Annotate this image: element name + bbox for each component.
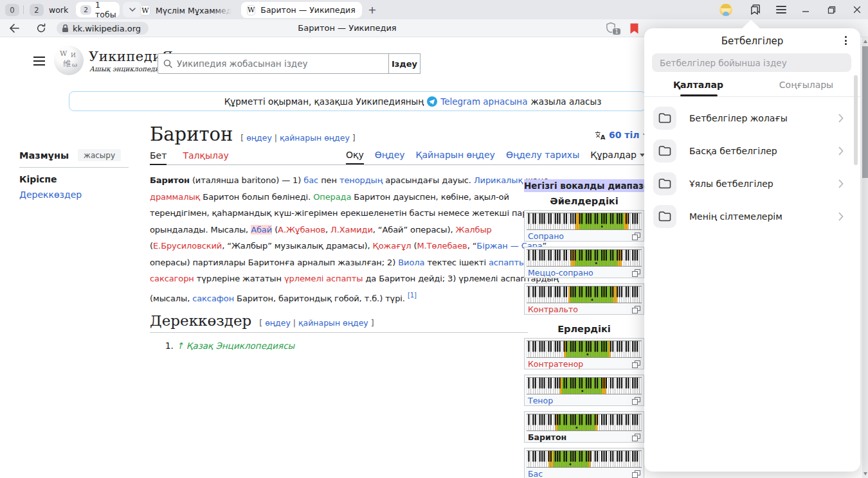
vocal-range-link[interactable]: Контральто (528, 305, 578, 314)
wiki-search-input[interactable] (177, 58, 383, 69)
title-edit-links: [ өңдеу | қайнарын өңдеу ] (240, 133, 355, 143)
toc-hide-button[interactable]: жасыру (78, 149, 121, 161)
page-scrollbar[interactable] (862, 37, 868, 478)
article-link[interactable]: [1] (408, 292, 417, 299)
article-link[interactable]: саксагорн (150, 274, 194, 283)
vocal-range-keyboard-image[interactable] (527, 414, 642, 431)
text: (италянша baritono) — 1) (190, 175, 303, 185)
vocal-range-link[interactable]: Бас (528, 469, 543, 478)
window-restore-button[interactable] (824, 3, 838, 16)
protect-shield-button[interactable]: 1 (606, 22, 620, 35)
vocal-range-link[interactable]: Контратенор (528, 359, 583, 369)
tab-bariton-active[interactable]: W Баритон — Уикипедия (241, 2, 362, 18)
expand-frame-icon[interactable] (632, 360, 640, 368)
tab-group-active[interactable]: 2 1 тобы (76, 2, 120, 17)
language-selector-button[interactable]: A 60 тіл (595, 130, 648, 140)
article-link[interactable]: Жалбыр (456, 225, 492, 235)
article-link[interactable]: Операда (313, 192, 351, 202)
article-link[interactable]: драммалық (150, 192, 200, 202)
scrollbar-up-arrow[interactable] (863, 40, 867, 43)
text: (мысалы, (150, 294, 192, 303)
wikipedia-logo[interactable]: W И 维 ω (54, 46, 84, 75)
wiki-search-box[interactable] (158, 53, 389, 74)
chevron-down-icon (129, 8, 136, 12)
profile-avatar[interactable] (719, 3, 732, 16)
tab-group-work-badge[interactable]: 2 (30, 4, 44, 16)
vocal-range-keyboard-image[interactable] (527, 286, 642, 303)
expand-frame-icon[interactable] (632, 470, 640, 478)
window-close-button[interactable] (850, 3, 864, 16)
article-link[interactable]: М.Төлебаев (417, 241, 467, 251)
vocal-range-keyboard-image[interactable] (527, 341, 642, 358)
vocal-range-keyboard-image[interactable] (527, 249, 642, 267)
tab-page[interactable]: Бет (150, 150, 167, 165)
article-link[interactable]: Е.Брусиловский (153, 241, 222, 251)
article-link[interactable]: А.Жұбанов (278, 225, 325, 235)
bracket: ] (352, 133, 356, 143)
bookmark-page-button[interactable] (628, 22, 640, 34)
bookmarks-menu-button[interactable] (841, 35, 850, 46)
bookmark-folder-item[interactable]: Ұялы бетбелгілер (644, 167, 860, 200)
edit-source-link[interactable]: қайнарын өңдеу (280, 133, 350, 143)
scrollbar-down-arrow[interactable] (863, 472, 867, 475)
tab-muslim-magomayev[interactable]: W Мүслім Мұхаммедұлы Ма (138, 3, 234, 18)
tab-talk[interactable]: Талқылау (183, 150, 228, 165)
bookmarks-panel-button[interactable] (748, 3, 763, 16)
bookmarks-search-input[interactable] (652, 53, 851, 72)
edit-source-link[interactable]: қайнарын өңдеу (298, 318, 368, 328)
tab-group-zero[interactable]: 0 (5, 4, 19, 16)
article-link[interactable]: бас (303, 175, 318, 185)
browser-menu-button[interactable] (774, 3, 788, 16)
scrollbar-thumb[interactable] (862, 46, 868, 178)
panel-scrollbar-thumb[interactable] (854, 75, 858, 165)
vocal-range-link[interactable]: Баритон (528, 432, 566, 442)
article-link[interactable]: үрлемелі аспапты (284, 274, 363, 283)
expand-frame-icon[interactable] (632, 269, 640, 277)
telegram-link[interactable]: Telegram арнасына (440, 96, 527, 107)
wiki-search-button[interactable]: Іздеу (388, 53, 420, 74)
view-tab-link[interactable]: Өңделу тарихы (506, 150, 579, 164)
toc-item-kirispe[interactable]: Кіріспе (19, 174, 132, 184)
view-tab-link[interactable]: Өңдеу (375, 150, 405, 164)
expand-frame-icon[interactable] (632, 306, 640, 314)
article-link[interactable]: Виола (398, 258, 424, 267)
bookmark-folder-item[interactable]: Менің сілтемелерім (644, 200, 860, 233)
tab-recent[interactable]: Соңғылары (752, 80, 860, 96)
toc-item-derekkozder[interactable]: Дереккөздер (19, 190, 132, 200)
vocal-range-link[interactable]: Тенор (528, 396, 553, 405)
article-link[interactable]: Абай (251, 225, 272, 235)
new-tab-button[interactable]: + (366, 4, 378, 15)
bookmark-folder-item[interactable]: Басқа бетбелгілер (644, 134, 860, 167)
text: , (325, 225, 330, 235)
vocal-range-link[interactable]: Сопрано (528, 231, 564, 241)
expand-frame-icon[interactable] (632, 434, 640, 441)
edit-link[interactable]: өңдеу (265, 318, 291, 328)
wiki-menu-button[interactable] (33, 57, 45, 66)
edit-link[interactable]: өңдеу (246, 133, 272, 143)
view-tab-tools[interactable]: Құралдар (590, 150, 645, 164)
view-tab-link[interactable]: Қайнарын өңдеу (416, 150, 495, 164)
expand-frame-icon[interactable] (632, 397, 640, 405)
separator: | (275, 133, 277, 143)
article-link[interactable]: Лирикалық (474, 175, 523, 185)
view-tab-active[interactable]: Оқу (346, 150, 364, 164)
reference-text[interactable]: Қазақ Энциклопедиясы (186, 341, 294, 351)
article-link[interactable]: Л.Хамиди (330, 225, 373, 235)
vocal-range-link[interactable]: Меццо-сопрано (528, 268, 593, 278)
vocal-range-keyboard-image[interactable] (527, 450, 642, 468)
article-link[interactable]: тенордың (339, 175, 383, 185)
tab-group-work-label[interactable]: work (49, 5, 68, 15)
window-minimize-button[interactable] (799, 3, 813, 16)
expand-frame-icon[interactable] (632, 233, 640, 240)
vocal-ranges-header: Негізгі вокалды диапазондар (524, 179, 644, 192)
vocal-range-keyboard-image[interactable] (527, 377, 642, 394)
article-link[interactable]: саксафон (192, 294, 234, 303)
article-link[interactable]: Қожағұл (373, 241, 411, 251)
reference-backlink[interactable]: ↑ (176, 341, 183, 351)
text: операсы) партиялары Баритонға арналып жа… (150, 258, 398, 267)
article-link[interactable]: аспапты (489, 258, 525, 267)
banner-text: Құрметті оқырман, қазақша Уикипедияның (224, 96, 424, 107)
vocal-range-keyboard-image[interactable] (527, 213, 642, 230)
bookmark-folder-item[interactable]: Бетбелгілер жолағы (644, 102, 860, 134)
paragraph-line: драммалық Баритон болып бөлінеді. Операд… (150, 189, 539, 206)
